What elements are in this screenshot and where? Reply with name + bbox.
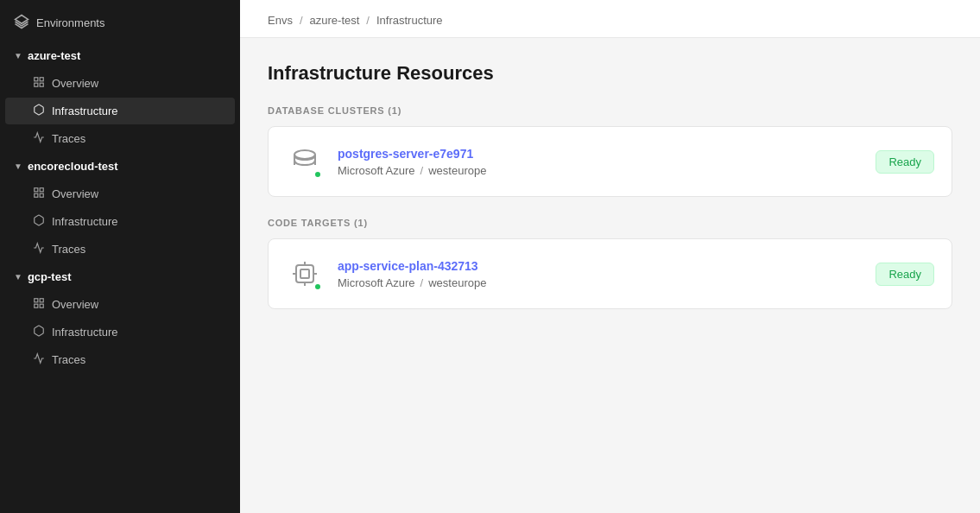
sidebar-item-label: Traces bbox=[52, 243, 85, 256]
sidebar-item-label: Overview bbox=[52, 298, 98, 311]
breadcrumb-sep2: / bbox=[366, 14, 370, 27]
sidebar-item-encorecloud-traces[interactable]: Traces bbox=[5, 236, 235, 263]
region-text: westeurope bbox=[428, 276, 486, 289]
grid-icon bbox=[33, 187, 45, 201]
svg-rect-7 bbox=[35, 193, 38, 197]
traces-icon bbox=[33, 131, 45, 146]
status-dot bbox=[313, 282, 322, 291]
resource-name-appservice[interactable]: app-service-plan-432713 bbox=[338, 259, 862, 273]
resource-name-postgres[interactable]: postgres-server-e7e971 bbox=[338, 147, 862, 161]
status-dot bbox=[313, 170, 322, 179]
svg-rect-6 bbox=[40, 188, 43, 192]
svg-rect-1 bbox=[35, 78, 38, 81]
svg-rect-12 bbox=[40, 304, 43, 307]
traces-icon bbox=[33, 352, 45, 367]
breadcrumb-env-name[interactable]: azure-test bbox=[310, 14, 360, 27]
sidebar-item-label: Infrastructure bbox=[52, 215, 118, 228]
resource-meta-appservice: Microsoft Azure / westeurope bbox=[338, 276, 862, 289]
layers-icon bbox=[14, 14, 29, 32]
resource-meta-postgres: Microsoft Azure / westeurope bbox=[338, 164, 862, 177]
breadcrumb-envs[interactable]: Envs bbox=[268, 14, 293, 27]
sidebar-item-label: Traces bbox=[52, 353, 85, 366]
resource-info-postgres: postgres-server-e7e971 Microsoft Azure /… bbox=[338, 147, 862, 177]
sidebar-item-label: Overview bbox=[52, 77, 98, 90]
sidebar-header: Environments bbox=[0, 0, 240, 42]
svg-rect-3 bbox=[35, 83, 38, 86]
sidebar-header-label: Environments bbox=[36, 16, 104, 29]
resource-card-postgres: postgres-server-e7e971 Microsoft Azure /… bbox=[268, 126, 952, 197]
chevron-icon: ▼ bbox=[14, 51, 22, 60]
svg-rect-8 bbox=[40, 193, 43, 197]
resource-info-appservice: app-service-plan-432713 Microsoft Azure … bbox=[338, 259, 862, 289]
database-icon bbox=[286, 142, 324, 180]
section-label-code: CODE TARGETS (1) bbox=[268, 218, 952, 228]
sidebar-env-gcp[interactable]: ▼ gcp-test bbox=[0, 263, 240, 290]
sidebar-section-gcp: ▼ gcp-test Overview Infrastructure bbox=[0, 263, 240, 374]
svg-rect-14 bbox=[296, 265, 313, 282]
sidebar-item-encorecloud-infrastructure[interactable]: Infrastructure bbox=[5, 208, 235, 235]
sidebar-env-encorecloud[interactable]: ▼ encorecloud-test bbox=[0, 153, 240, 180]
sidebar-item-gcp-overview[interactable]: Overview bbox=[5, 291, 235, 318]
sidebar-item-label: Infrastructure bbox=[52, 104, 118, 117]
svg-rect-15 bbox=[300, 269, 309, 278]
sidebar-section-encorecloud: ▼ encorecloud-test Overview Infrastructu… bbox=[0, 153, 240, 263]
sidebar-item-gcp-traces[interactable]: Traces bbox=[5, 346, 235, 373]
sidebar-item-azure-traces[interactable]: Traces bbox=[5, 125, 235, 152]
svg-rect-5 bbox=[35, 188, 38, 192]
sidebar: Environments ▼ azure-test Overview Infra… bbox=[0, 0, 240, 513]
cube-icon bbox=[33, 325, 45, 339]
cube-icon bbox=[33, 214, 45, 229]
svg-rect-4 bbox=[40, 83, 43, 86]
breadcrumb-current: Infrastructure bbox=[376, 14, 443, 27]
cube-icon bbox=[33, 104, 45, 118]
sidebar-item-encorecloud-overview[interactable]: Overview bbox=[5, 180, 235, 207]
page-title: Infrastructure Resources bbox=[268, 62, 952, 85]
svg-rect-10 bbox=[40, 299, 43, 302]
resource-card-appservice: app-service-plan-432713 Microsoft Azure … bbox=[268, 238, 952, 309]
compute-icon bbox=[286, 255, 324, 293]
section-label-db: DATABASE CLUSTERS (1) bbox=[268, 105, 952, 116]
breadcrumb: Envs / azure-test / Infrastructure bbox=[240, 0, 980, 38]
sidebar-section-azure-test: ▼ azure-test Overview Infrastructure bbox=[0, 42, 240, 153]
sidebar-item-azure-infrastructure[interactable]: Infrastructure bbox=[5, 98, 235, 124]
env-label: gcp-test bbox=[28, 270, 72, 283]
provider-text: Microsoft Azure bbox=[338, 276, 415, 289]
chevron-icon: ▼ bbox=[14, 272, 22, 282]
main-content: Envs / azure-test / Infrastructure Infra… bbox=[240, 0, 980, 513]
sidebar-item-label: Traces bbox=[52, 132, 85, 145]
provider-text: Microsoft Azure bbox=[338, 164, 415, 177]
svg-rect-9 bbox=[35, 299, 38, 302]
sidebar-item-gcp-infrastructure[interactable]: Infrastructure bbox=[5, 319, 235, 345]
content-area: Infrastructure Resources DATABASE CLUSTE… bbox=[240, 38, 980, 354]
sidebar-item-label: Overview bbox=[52, 187, 98, 200]
svg-rect-11 bbox=[35, 304, 38, 307]
sidebar-env-azure-test[interactable]: ▼ azure-test bbox=[0, 42, 240, 69]
region-text: westeurope bbox=[428, 164, 486, 177]
sidebar-item-label: Infrastructure bbox=[52, 326, 118, 339]
code-targets-section: CODE TARGETS (1) app-service-plan-432713 bbox=[268, 218, 952, 309]
status-badge-postgres: Ready bbox=[876, 150, 934, 174]
svg-rect-2 bbox=[40, 78, 43, 81]
chevron-icon: ▼ bbox=[14, 162, 22, 171]
svg-point-13 bbox=[294, 150, 315, 159]
traces-icon bbox=[33, 242, 45, 256]
database-clusters-section: DATABASE CLUSTERS (1) postgres-server-e7… bbox=[268, 105, 952, 197]
env-label: encorecloud-test bbox=[28, 160, 118, 173]
env-label: azure-test bbox=[28, 49, 80, 62]
sidebar-item-azure-overview[interactable]: Overview bbox=[5, 70, 235, 97]
grid-icon bbox=[33, 297, 45, 312]
grid-icon bbox=[33, 76, 45, 91]
status-badge-appservice: Ready bbox=[876, 263, 934, 286]
breadcrumb-sep1: / bbox=[300, 14, 303, 27]
